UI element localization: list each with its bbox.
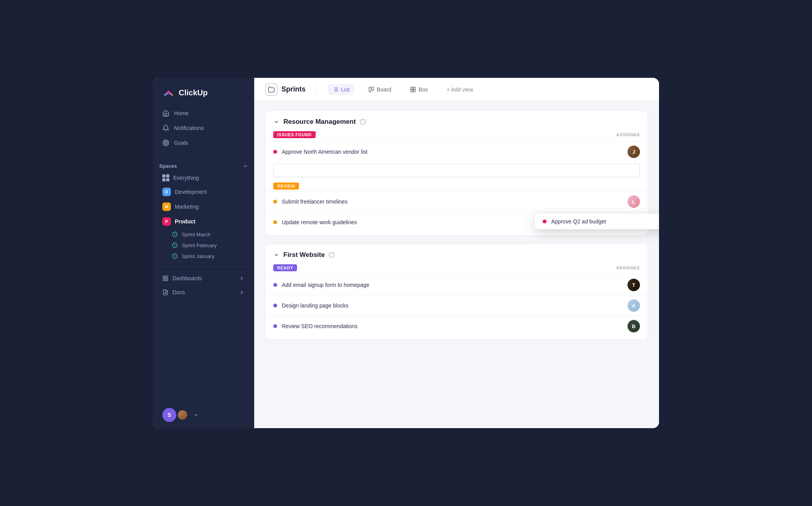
- list-view-icon: [332, 86, 339, 93]
- sidebar-item-docs[interactable]: Docs: [158, 285, 250, 299]
- page-title: Sprints: [281, 85, 306, 93]
- task-status-dot: [273, 304, 277, 307]
- sidebar: ClickUp Home Notifications: [153, 78, 254, 428]
- chevron-down-icon: [243, 163, 248, 169]
- tab-board[interactable]: Board: [364, 84, 396, 95]
- target-icon: [162, 139, 169, 146]
- add-view-label: + Add view: [446, 86, 473, 93]
- section-chevron-website-icon[interactable]: [273, 252, 279, 258]
- info-icon-first-website: [329, 252, 335, 258]
- info-icon-resource-management: [360, 119, 366, 125]
- sidebar-item-marketing[interactable]: M Marketing: [158, 199, 250, 214]
- task-name: Approve North American vendor list: [282, 149, 367, 155]
- top-bar: Sprints List: [254, 78, 659, 101]
- chevron-right-icon: [239, 275, 245, 281]
- assignee-col-label-website: ASSIGNEE: [616, 265, 640, 270]
- svg-rect-19: [372, 87, 374, 90]
- task-name: Design landing page blocks: [282, 302, 348, 309]
- task-assignee-avatar: A: [627, 299, 640, 312]
- avatar[interactable]: S: [162, 408, 176, 422]
- sidebar-item-product-label: Product: [175, 218, 195, 225]
- badge-issues-found: ISSUES FOUND: [273, 131, 316, 138]
- sidebar-item-product[interactable]: P Product: [158, 214, 250, 229]
- section-chevron-icon[interactable]: [273, 119, 279, 125]
- section-first-website: First Website READY ASSIGNEE: [265, 244, 648, 340]
- sidebar-divider-2: [158, 266, 250, 267]
- svg-rect-20: [411, 87, 413, 89]
- badge-ready: READY: [273, 264, 297, 271]
- sidebar-item-sprint-february-label: Sprint February: [182, 242, 217, 248]
- table-row[interactable]: Review SEO recommendations B: [265, 316, 648, 336]
- app-name: ClickUp: [179, 88, 207, 97]
- sidebar-navigation: Home Notifications Goals: [153, 106, 254, 150]
- svg-rect-18: [369, 87, 371, 92]
- task-name: Update remote work guidelines: [282, 219, 357, 225]
- task-assignee-avatar: T: [627, 279, 640, 291]
- table-row[interactable]: Submit freelancer timelines L: [265, 191, 648, 212]
- sidebar-item-everything[interactable]: Everything: [158, 171, 250, 184]
- sidebar-item-goals[interactable]: Goals: [158, 135, 250, 150]
- sidebar-item-sprint-march-label: Sprint March: [182, 232, 211, 237]
- table-row[interactable]: Approve North American vendor list J: [265, 141, 648, 162]
- svg-point-1: [164, 141, 168, 145]
- sidebar-item-goals-label: Goals: [174, 140, 188, 146]
- svg-point-2: [165, 142, 167, 144]
- task-assignee-avatar: B: [627, 320, 640, 332]
- sidebar-footer: S: [153, 402, 254, 428]
- docs-icon: [162, 289, 169, 295]
- svg-rect-21: [413, 87, 415, 89]
- svg-rect-7: [166, 276, 168, 278]
- dashboards-icon: [162, 275, 169, 281]
- sidebar-item-sprint-february[interactable]: Sprint February: [158, 240, 250, 251]
- add-view-button[interactable]: + Add view: [442, 84, 478, 95]
- table-row[interactable]: Add email signup form to homepage T: [265, 274, 648, 295]
- spaces-header: Spaces: [153, 160, 254, 171]
- sidebar-item-home-label: Home: [174, 110, 188, 116]
- box-view-icon: [410, 86, 416, 93]
- development-space-icon: D: [162, 188, 171, 196]
- svg-rect-6: [163, 276, 165, 278]
- spaces-list: Everything D Development M Marketing P P…: [153, 171, 254, 262]
- user-secondary-avatar: [177, 409, 188, 420]
- table-row[interactable]: Design landing page blocks A: [265, 295, 648, 316]
- sidebar-item-notifications[interactable]: Notifications: [158, 121, 250, 135]
- task-status-dot: [273, 283, 277, 287]
- sidebar-section-extra: Dashboards Docs: [153, 271, 254, 299]
- drag-ghost: Approve Q2 ad budget U ✥: [535, 214, 659, 229]
- sidebar-item-home[interactable]: Home: [158, 106, 250, 121]
- task-assignee-avatar: J: [627, 146, 640, 158]
- sidebar-item-dashboards[interactable]: Dashboards: [158, 271, 250, 285]
- review-badge-row: REVIEW: [265, 179, 648, 191]
- svg-rect-8: [166, 279, 168, 281]
- sidebar-item-dashboards-label: Dashboards: [172, 275, 202, 281]
- grid-icon: [162, 174, 169, 181]
- section-header-first-website: First Website: [265, 244, 648, 264]
- folder-icon: [268, 86, 275, 93]
- chevron-right-docs-icon: [239, 289, 245, 295]
- sidebar-item-development[interactable]: D Development: [158, 184, 250, 199]
- badge-review: REVIEW: [273, 183, 299, 190]
- task-name: Submit freelancer timelines: [282, 199, 348, 205]
- tab-divider: [316, 85, 317, 94]
- sidebar-item-marketing-label: Marketing: [175, 204, 199, 210]
- board-view-icon: [368, 86, 374, 93]
- tab-list[interactable]: List: [328, 84, 354, 95]
- task-status-dot: [273, 324, 277, 328]
- tab-box[interactable]: Box: [405, 84, 432, 95]
- section-header-resource-management: Resource Management: [265, 111, 648, 131]
- folder-icon-wrap: [265, 83, 278, 96]
- main-content: Sprints List: [254, 78, 659, 428]
- sidebar-item-sprint-march[interactable]: Sprint March: [158, 229, 250, 240]
- sidebar-item-everything-label: Everything: [173, 175, 199, 181]
- sprint-february-icon: [172, 242, 178, 248]
- svg-rect-22: [411, 90, 413, 91]
- task-status-dot: [273, 220, 277, 224]
- sidebar-logo[interactable]: ClickUp: [153, 78, 254, 106]
- user-chevron-icon[interactable]: [193, 412, 199, 418]
- marketing-space-icon: M: [162, 202, 171, 211]
- tab-box-label: Box: [418, 86, 428, 93]
- sprint-january-icon: [172, 253, 178, 259]
- assignee-col-label: ASSIGNEE: [616, 132, 640, 137]
- sidebar-item-sprint-january[interactable]: Sprint January: [158, 251, 250, 262]
- section-title-first-website: First Website: [283, 251, 325, 259]
